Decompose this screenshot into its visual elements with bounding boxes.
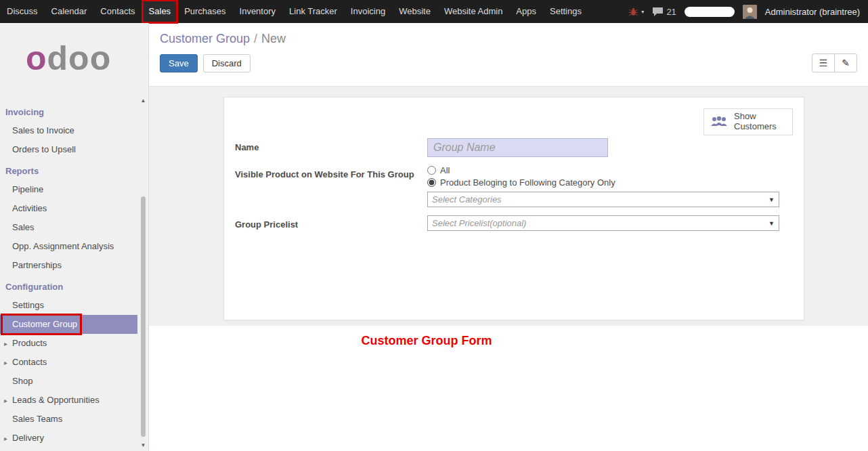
- odoo-logo: odoo: [0, 23, 148, 76]
- control-panel: Customer Group/New Save Discard ☰ ✎: [149, 23, 868, 87]
- show-customers-button[interactable]: Show Customers: [703, 108, 793, 135]
- scroll-up-icon[interactable]: ▲: [139, 98, 148, 104]
- group-name-input[interactable]: [427, 138, 608, 157]
- sidebar-item-opp-assignment-analysis[interactable]: Opp. Assignment Analysis: [0, 237, 137, 256]
- topbar-item-purchases[interactable]: Purchases: [177, 0, 232, 23]
- expand-caret-icon: ▸: [4, 433, 7, 444]
- sidebar-item-label: Delivery: [12, 433, 44, 443]
- topbar-item-invoicing[interactable]: Invoicing: [344, 0, 392, 23]
- customer-group-form-card: Show Customers Name Visible Product on W…: [223, 97, 804, 320]
- sidebar-section-reports[interactable]: Reports: [0, 159, 137, 180]
- chevron-down-icon: ▼: [768, 220, 775, 227]
- expand-caret-icon: ▸: [4, 339, 7, 349]
- categories-select[interactable]: Select Categories ▼: [427, 192, 779, 207]
- radio-all-option[interactable]: All: [427, 165, 779, 175]
- sidebar-menu: Invoicing Sales to Invoice Orders to Ups…: [0, 100, 148, 448]
- messages-menu[interactable]: 21: [652, 7, 676, 17]
- sidebar-item-customer-group[interactable]: Customer Group: [0, 315, 137, 334]
- topbar-item-calendar[interactable]: Calendar: [45, 0, 94, 23]
- sidebar-item-partnerships[interactable]: Partnerships: [0, 256, 137, 275]
- scroll-down-icon[interactable]: ▼: [139, 442, 148, 448]
- sidebar-item-activities[interactable]: Activities: [0, 199, 137, 218]
- pricelist-placeholder: Select Pricelist(optional): [432, 218, 768, 228]
- sidebar-scrollbar: ▲ ▼: [139, 96, 148, 451]
- sidebar-item-pipeline[interactable]: Pipeline: [0, 180, 137, 199]
- pricelist-select[interactable]: Select Pricelist(optional) ▼: [427, 215, 779, 231]
- bug-icon: [628, 7, 638, 16]
- topbar-systray: ▾ 21 Administrator (braintree): [628, 0, 868, 23]
- message-count: 21: [666, 7, 676, 17]
- topbar-item-settings[interactable]: Settings: [543, 0, 588, 23]
- form-fields: Name Visible Product on Website For This…: [235, 138, 793, 231]
- discard-button[interactable]: Discard: [203, 54, 251, 72]
- name-row: Name: [235, 138, 793, 157]
- sidebar-item-label: Contacts: [12, 357, 47, 367]
- sidebar: odoo Invoicing Sales to Invoice Orders t…: [0, 23, 149, 451]
- expand-caret-icon: ▸: [4, 358, 7, 368]
- sidebar-item-settings[interactable]: Settings: [0, 296, 137, 315]
- breadcrumb-customer-group[interactable]: Customer Group: [160, 32, 250, 45]
- save-button[interactable]: Save: [160, 54, 198, 72]
- topbar-item-apps[interactable]: Apps: [509, 0, 543, 23]
- name-label: Name: [235, 138, 427, 157]
- sidebar-item-delivery[interactable]: ▸ Delivery: [0, 429, 137, 448]
- radio-all-input[interactable]: [427, 166, 436, 175]
- debug-menu[interactable]: ▾: [628, 7, 644, 16]
- radio-category-option[interactable]: Product Beloging to Following Category O…: [427, 177, 779, 188]
- sidebar-item-sales-to-invoice[interactable]: Sales to Invoice: [0, 121, 137, 140]
- systray-widget[interactable]: [685, 7, 735, 17]
- radio-category-input[interactable]: [427, 178, 436, 187]
- topbar-item-discuss[interactable]: Discuss: [0, 0, 45, 23]
- breadcrumb-new: New: [261, 32, 286, 45]
- sidebar-item-label: Leads & Opportunities: [12, 395, 100, 405]
- breadcrumb: Customer Group/New: [160, 30, 857, 47]
- breadcrumb-separator: /: [254, 32, 257, 45]
- sidebar-item-shop[interactable]: Shop: [0, 372, 137, 391]
- chevron-down-icon: ▼: [768, 196, 775, 203]
- sidebar-item-contacts[interactable]: ▸ Contacts: [0, 353, 137, 372]
- radio-category-label: Product Beloging to Following Category O…: [440, 177, 615, 188]
- pricelist-row: Group Pricelist Select Pricelist(optiona…: [235, 215, 793, 231]
- customers-icon: [710, 115, 729, 129]
- categories-placeholder: Select Categories: [432, 194, 768, 205]
- user-menu[interactable]: Administrator (braintree): [765, 7, 860, 17]
- topbar-item-website-admin[interactable]: Website Admin: [437, 0, 509, 23]
- sidebar-section-configuration[interactable]: Configuration: [0, 275, 137, 296]
- list-view-button[interactable]: ☰: [812, 53, 835, 72]
- chat-icon: [652, 7, 664, 16]
- topbar-item-sales[interactable]: Sales: [142, 0, 178, 23]
- radio-all-label: All: [440, 165, 450, 175]
- view-switcher: ☰ ✎: [812, 53, 857, 72]
- annotation-text: Customer Group Form: [271, 334, 582, 348]
- topbar-item-website[interactable]: Website: [392, 0, 437, 23]
- main-content: Customer Group/New Save Discard ☰ ✎: [149, 23, 868, 451]
- topbar-item-contacts[interactable]: Contacts: [93, 0, 142, 23]
- visible-products-row: Visible Product on Website For This Grou…: [235, 165, 793, 207]
- avatar[interactable]: [743, 5, 757, 19]
- topbar: Discuss Calendar Contacts Sales Purchase…: [0, 0, 868, 23]
- form-view-icon: ✎: [842, 58, 850, 68]
- sidebar-item-products[interactable]: ▸ Products: [0, 334, 137, 353]
- sidebar-item-orders-to-upsell[interactable]: Orders to Upsell: [0, 140, 137, 159]
- sidebar-item-leads-opportunities[interactable]: ▸ Leads & Opportunities: [0, 391, 137, 410]
- sidebar-item-label: Customer Group: [12, 319, 77, 329]
- chevron-down-icon: ▾: [641, 9, 644, 15]
- topbar-item-inventory[interactable]: Inventory: [233, 0, 282, 23]
- control-panel-buttons: Save Discard ☰ ✎: [160, 53, 857, 72]
- form-sheet-background: Show Customers Name Visible Product on W…: [149, 87, 868, 326]
- list-view-icon: ☰: [819, 58, 828, 68]
- sidebar-item-sales-report[interactable]: Sales: [0, 218, 137, 237]
- form-view-button[interactable]: ✎: [834, 53, 857, 72]
- group-pricelist-label: Group Pricelist: [235, 215, 427, 231]
- sidebar-item-label: Products: [12, 338, 47, 348]
- visible-products-label: Visible Product on Website For This Grou…: [235, 165, 427, 207]
- below-sheet-area: Customer Group Form: [149, 326, 868, 348]
- topbar-item-link-tracker[interactable]: Link Tracker: [282, 0, 344, 23]
- show-customers-label: Show Customers: [734, 112, 779, 132]
- expand-caret-icon: ▸: [4, 395, 7, 406]
- sidebar-item-sales-teams[interactable]: Sales Teams: [0, 410, 137, 429]
- sidebar-section-invoicing[interactable]: Invoicing: [0, 100, 137, 121]
- scrollbar-thumb[interactable]: [141, 196, 146, 437]
